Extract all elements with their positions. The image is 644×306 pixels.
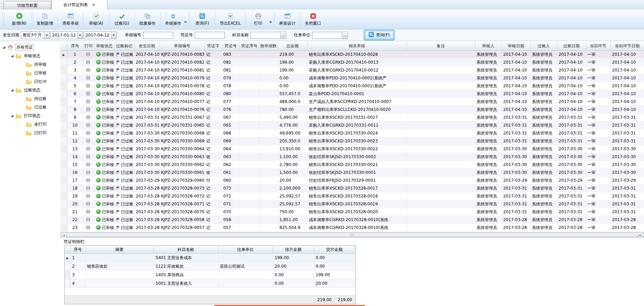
column-header[interactable]: 过账标记 (114, 42, 134, 51)
voucher-row[interactable]: 8已审核已过账2017-04-10KJPZ-20170410-0076记0767… (60, 106, 644, 114)
close-window-button[interactable]: 关闭窗口 (301, 10, 325, 29)
export-excel-button[interactable]: 导出EXCEL (216, 10, 245, 29)
voucher-row[interactable]: 4已审核已过账2017-04-10KJPZ-20170410-0079记0790… (60, 74, 644, 82)
toolbar-grip[interactable] (3, 12, 5, 26)
column-header[interactable]: 往来单位 (218, 246, 273, 254)
column-header[interactable]: 总金额 (278, 42, 307, 51)
voucher-row[interactable]: 21已审核已过账2017-03-28KJPZ-20170328-0070记070… (60, 208, 644, 216)
column-header[interactable]: 过账人 (530, 42, 557, 51)
scroll-right-arrow[interactable]: ► (637, 233, 643, 237)
account-lookup-button[interactable]: … (280, 31, 286, 39)
tree-item-unprinted[interactable]: 未打印 (0, 120, 60, 129)
doc-ops-button[interactable]: 单据操作 (161, 10, 185, 29)
voucher-row[interactable]: 10已审核已过账2017-03-31KJPZ-20170331-0065记065… (60, 122, 644, 129)
column-header[interactable]: 借方金额 (273, 246, 314, 254)
voucher-row[interactable]: 6已审核已过账2017-04-10KJPZ-20170410-0080记0805… (60, 90, 644, 98)
detail-row[interactable]: ▶15401 主营业务成本199.000.00 (65, 254, 355, 262)
doc-no-input[interactable] (143, 32, 173, 39)
column-header[interactable] (65, 246, 70, 254)
print-button[interactable]: 打印 (246, 10, 271, 29)
date-from-select[interactable]: 2017-01-12 (50, 31, 83, 39)
tree-item-pending-post[interactable]: 待过账 (0, 94, 60, 103)
copy-new-button[interactable]: 复制新增 (33, 10, 57, 29)
expand-icon[interactable] (11, 89, 13, 91)
voucher-row[interactable]: 11已审核已过账2017-03-30KJPZ-20170330-0068记068… (60, 129, 644, 137)
column-header[interactable]: 审核状态 (94, 42, 114, 51)
column-header[interactable] (60, 42, 67, 51)
ui-design-button[interactable]: 界面设计 (275, 10, 300, 29)
voucher-row[interactable]: 2已审核已过账2017-04-10KJPZ-20170410-0082记0821… (60, 59, 644, 66)
column-header[interactable]: 凭证序号 (240, 42, 259, 51)
column-header[interactable]: 当前环节日期 (610, 42, 644, 51)
horizontal-scrollbar[interactable]: ◄ ► (60, 232, 644, 238)
partner-lookup-button[interactable]: … (342, 31, 348, 39)
tree-item-audit-status[interactable]: 审核状态 (0, 52, 60, 60)
column-header[interactable]: 摘要 (85, 246, 154, 254)
scroll-left-arrow[interactable]: ◄ (61, 233, 67, 237)
column-header[interactable]: 凭证号 (222, 42, 240, 51)
detail-row[interactable]: 45001 主营业务收入0.0020.00 (65, 279, 355, 288)
voucher-row[interactable]: 19已审核已过账2017-03-28KJPZ-20170328-0072记072… (60, 192, 644, 200)
detail-row[interactable]: 31405 库存商品0.00199.00 (65, 271, 355, 279)
voucher-row[interactable]: 5已审核已过账2017-04-10KJPZ-20170410-0078记0780… (60, 82, 644, 90)
chevron-down-icon[interactable] (184, 22, 187, 23)
voucher-row[interactable]: 23已审核已过账2017-03-28KJPZ-20170328-0057记057… (60, 224, 644, 232)
scrollbar-thumb[interactable] (66, 233, 638, 237)
column-header[interactable]: 打印 (83, 42, 94, 51)
expand-icon[interactable] (11, 55, 13, 57)
column-header[interactable]: 序号 (67, 42, 83, 51)
voucher-row[interactable]: 9已审核已过账2017-03-31KJPZ-20170331-0067记0675… (60, 114, 644, 122)
voucher-row[interactable]: ▶1已审核已过账2017-04-10KJPZ-20170410-0083记083… (60, 51, 644, 59)
voucher-no-input[interactable] (195, 32, 225, 39)
voucher-row[interactable]: 13已审核已过账2017-03-30KJPZ-20170330-0064记064… (60, 145, 644, 153)
voucher-row[interactable]: 7已审核已过账2017-04-10KJPZ-20170410-0077记0774… (60, 98, 644, 106)
tree-item-pending-audit[interactable]: 待审核 (0, 60, 60, 69)
tree-item-audited[interactable]: 已审核 (0, 69, 60, 77)
tree-item-red-reversed[interactable]: 已红冲 (0, 77, 60, 86)
tree-item-printed[interactable]: 已打印 (0, 129, 60, 137)
audit-button[interactable]: 审核(A) (84, 10, 108, 29)
new-button[interactable]: 新增(N) (7, 10, 31, 29)
filter-query-button[interactable]: 查询(F) (364, 30, 395, 40)
column-header[interactable]: 凭证字 (205, 42, 222, 51)
column-header[interactable]: 审核人 (475, 42, 502, 51)
tab-function-nav[interactable]: 功能导航窗 (3, 1, 51, 10)
column-header[interactable]: 附单据数 (259, 42, 278, 51)
close-icon[interactable]: × (92, 3, 95, 7)
tab-voucher-list[interactable]: 会计凭证列表 × (51, 0, 107, 10)
column-header[interactable]: 序号 (70, 246, 85, 254)
date-to-select[interactable]: 2017-04-12 (84, 31, 117, 39)
expand-icon[interactable] (3, 46, 5, 49)
column-header[interactable]: 发生日期 (134, 42, 159, 51)
voucher-row[interactable]: 14已审核已过账2017-03-30KJPZ-20170330-0063收063… (60, 153, 644, 161)
query-button[interactable]: 查询(F) (190, 10, 215, 29)
chevron-down-icon[interactable] (111, 32, 116, 39)
voucher-row[interactable]: 12已审核已过账2017-03-30KJPZ-20170330-0069记069… (60, 137, 644, 145)
column-header[interactable]: 过账日期 (557, 42, 586, 51)
tree-item-posted[interactable]: 已过账 (0, 103, 60, 112)
view-doc-button[interactable]: 查看单据 (58, 10, 83, 29)
column-header[interactable]: 相关单据 (307, 42, 407, 51)
voucher-row[interactable]: 20已审核已过账2017-03-28KJPZ-20170328-0071记071… (60, 200, 644, 208)
column-header[interactable]: 单据编号 (159, 42, 205, 51)
column-header[interactable]: 贷方金额 (314, 246, 355, 254)
chevron-down-icon[interactable] (77, 32, 83, 39)
voucher-row[interactable]: 18已审核已过账2017-03-28KJPZ-20170328-0073记073… (60, 184, 644, 192)
tree-item-all-vouchers[interactable]: 所有凭证 (0, 43, 60, 52)
column-header[interactable]: 当前环节 (586, 42, 610, 51)
voucher-row[interactable]: 3已审核已过账2017-04-10KJPZ-20170410-0081记0811… (60, 66, 644, 74)
detail-row[interactable]: 2销售应收款1122 应收账款亚拓公司测试20.000.00 (65, 262, 355, 271)
voucher-row[interactable]: 17已审核已过账2017-03-29KJPZ-20170329-0060付060… (60, 177, 644, 184)
chevron-down-icon[interactable] (269, 22, 272, 23)
batch-ops-button[interactable]: 批量操作 (135, 10, 160, 29)
partner-input[interactable] (312, 32, 342, 39)
column-header[interactable]: 审核日期 (502, 42, 530, 51)
expand-icon[interactable] (11, 115, 13, 117)
voucher-row[interactable]: 22已审核已过账2017-03-28KJPZ-20170328-0058记058… (60, 216, 644, 224)
post-button[interactable]: 过账(G) (110, 10, 134, 29)
account-name-input[interactable] (250, 32, 281, 39)
tree-item-print-status[interactable]: 打印状态 (0, 112, 60, 120)
chevron-down-icon[interactable] (44, 32, 49, 39)
tree-item-post-status[interactable]: 过账状态 (0, 86, 60, 94)
voucher-row[interactable]: 16已审核已过账2017-03-30KJPZ-20170330-0061收061… (60, 169, 644, 177)
